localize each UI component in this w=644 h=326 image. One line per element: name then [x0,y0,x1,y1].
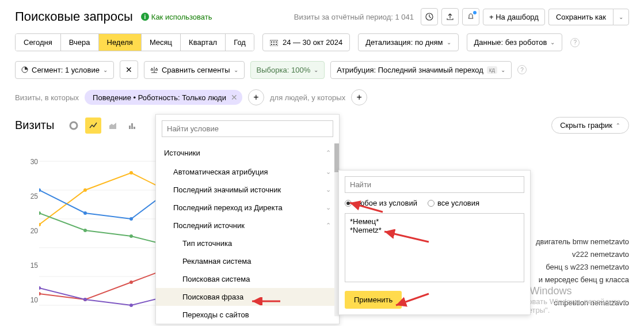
svg-rect-6 [273,44,275,45]
detail-dropdown[interactable]: Детализация: по дням ⌄ [358,33,458,51]
chevron-down-icon: ⌄ [326,204,331,211]
dropdown-subitem-ad-system[interactable]: Рекламная система [156,252,339,270]
chart-type-bar[interactable] [124,117,140,134]
attribution-label: Атрибуция: Последний значимый переход [337,66,483,74]
save-as-button[interactable]: Сохранить как [548,9,613,25]
compare-button[interactable]: Сравнить сегменты ⌄ [144,61,245,79]
period-tabs: Сегодня Вчера Неделя Месяц Квартал Год [15,33,254,51]
add-filter-button-2[interactable]: + [351,89,367,105]
add-filter-button[interactable]: + [248,89,264,105]
radio-all[interactable]: все условия [428,199,479,207]
svg-rect-10 [129,126,131,129]
condition-search-input[interactable] [162,120,333,137]
attribution-button[interactable]: Атрибуция: Последний значимый переход кд… [330,61,512,79]
tab-year[interactable]: Год [226,34,254,51]
share-button[interactable] [441,8,459,25]
tab-quarter[interactable]: Квартал [181,34,226,51]
dropdown-subitem-search-system[interactable]: Поисковая система [156,270,339,288]
chevron-down-icon: ⌄ [103,67,108,73]
sample-label: Выборка: 100% [257,66,311,74]
add-dashboard-button[interactable]: + На дашборд [483,9,545,25]
share-icon [446,13,454,21]
dropdown-group-sources[interactable]: Источники ⌃ [156,143,339,163]
chevron-down-icon: ⌄ [326,186,331,194]
bg-query-text: v222 nemetzavto [572,250,629,259]
apply-button[interactable]: Применить [345,291,402,309]
calendar-icon [270,39,278,46]
chart-type-donut[interactable] [66,117,82,134]
area-chart-icon [108,121,117,130]
filter-row: Визиты, в которых Поведение • Роботность… [0,87,644,113]
close-icon[interactable]: ✕ [231,93,238,102]
radio-any-label: любое из условий [355,199,417,207]
chevron-down-icon: ⌄ [314,67,318,73]
chevron-down-icon: ⌄ [234,67,238,73]
tab-today[interactable]: Сегодня [16,34,61,51]
filter-textarea[interactable] [345,213,524,282]
date-range-picker[interactable]: 24 — 30 окт 2024 [262,33,350,51]
svg-rect-3 [273,41,275,43]
filter-pill-behavior[interactable]: Поведение • Роботность: Только люди ✕ [85,90,242,105]
y-tick: 30 [21,158,38,166]
line-chart-icon [89,121,98,130]
dropdown-item-last-direct[interactable]: Последний переход из Директа ⌄ [156,199,339,217]
chevron-up-icon: ⌃ [326,149,331,157]
svg-rect-12 [134,127,135,129]
condition-dropdown: Источники ⌃ Автоматическая атрибуция ⌄ П… [155,114,340,324]
bar-chart-icon [128,121,137,130]
detail-label: Детализация: по дням [365,38,443,47]
tab-yesterday[interactable]: Вчера [61,34,99,51]
dropdown-subitem-source-type[interactable]: Тип источника [156,234,339,252]
radio-all-label: все условия [437,199,479,207]
visits-heading: Визиты [15,119,54,132]
tab-week[interactable]: Неделя [99,34,142,51]
tab-month[interactable]: Месяц [142,34,181,51]
scrollbar-thumb[interactable] [334,143,339,172]
data-label: Данные: без роботов [474,38,547,47]
bg-query-text: двигатель bmw nemetzavto [536,237,629,246]
dropdown-item-last-source[interactable]: Последний источник ⌃ [156,217,339,234]
radio-any[interactable]: любое из условий [345,199,417,207]
chevron-down-icon: ⌄ [501,67,505,73]
radio-icon [428,200,435,207]
chart-type-line[interactable] [85,117,101,134]
help-link-text: Как использовать [151,13,212,21]
radio-icon [345,200,352,207]
refresh-button[interactable] [421,8,438,25]
filter-search-input[interactable] [345,176,524,193]
date-range-text: 24 — 30 окт 2024 [283,38,342,47]
page-title: Поисковые запросы [15,9,133,24]
filter-label-visits: Визиты, в которых [15,93,79,102]
compare-label: Сравнить сегменты [162,66,230,74]
svg-point-28 [129,217,133,221]
sample-button[interactable]: Выборка: 100% ⌄ [250,61,325,79]
data-dropdown[interactable]: Данные: без роботов ⌄ [467,33,563,51]
help-icon[interactable]: ? [517,65,527,74]
segment-button[interactable]: Сегмент: 1 условие ⌄ [15,61,114,79]
segment-label: Сегмент: 1 условие [32,66,100,74]
y-tick: 15 [21,261,38,270]
chart-type-area[interactable] [105,117,121,134]
save-as-chevron[interactable]: ⌄ [613,9,629,25]
svg-point-20 [83,188,87,192]
svg-point-33 [39,211,41,215]
radio-group: любое из условий все условия [345,199,524,207]
dropdown-subitem-search-phrase[interactable]: Поисковая фраза [156,288,339,306]
dropdown-item-last-significant[interactable]: Последний значимый источник ⌄ [156,181,339,199]
close-segment-button[interactable]: ✕ [120,60,138,79]
svg-point-49 [129,304,133,307]
notification-button[interactable] [462,8,479,25]
help-icon[interactable]: ? [570,38,580,47]
svg-point-35 [129,234,133,238]
hide-chart-button[interactable]: Скрыть график ⌄ [551,117,629,134]
help-link[interactable]: i Как использовать [141,13,212,21]
visits-period-text: Визиты за отчётный период: 1 041 [294,13,414,21]
dropdown-item-label: Последний значимый источник [173,185,281,194]
svg-rect-4 [276,41,277,43]
dropdown-item-auto-attribution[interactable]: Автоматическая атрибуция ⌄ [156,163,339,181]
dropdown-subitem-site-referrals[interactable]: Переходы с сайтов [156,306,339,324]
svg-point-42 [129,280,133,284]
clock-icon [425,13,433,21]
svg-point-9 [70,122,77,129]
chevron-down-icon: ⌄ [326,168,331,176]
